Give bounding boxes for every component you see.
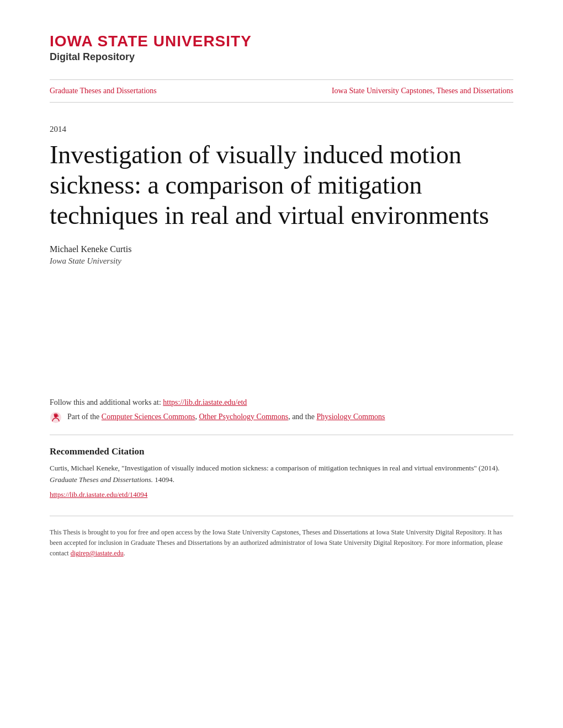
psych-commons-link[interactable]: Other Psychology Commons — [199, 413, 288, 421]
footer-email[interactable]: digirep@iastate.edu — [71, 549, 124, 557]
part-of-prefix: Part of the Computer Sciences Commons, O… — [67, 413, 385, 421]
page: Iowa State University Digital Repository… — [0, 0, 563, 728]
follow-url[interactable]: https://lib.dr.iastate.edu/etd — [163, 398, 247, 406]
citation-text-italic: Graduate Theses and Dissertations. — [50, 475, 153, 484]
commons-icon — [50, 411, 62, 424]
nav-right-link[interactable]: Iowa State University Capstones, Theses … — [332, 87, 513, 95]
article-year: 2014 — [50, 125, 513, 134]
author-affiliation: Iowa State University — [50, 256, 513, 266]
recommended-citation-heading: Recommended Citation — [50, 446, 513, 457]
svg-point-1 — [54, 414, 57, 417]
physiology-commons-link[interactable]: Physiology Commons — [316, 413, 385, 421]
svg-rect-2 — [57, 415, 59, 417]
article-title: Investigation of visually induced motion… — [50, 140, 513, 231]
recommended-citation-section: Recommended Citation Curtis, Michael Ken… — [50, 435, 513, 499]
follow-text: Follow this and additional works at: — [50, 398, 161, 406]
header: Iowa State University Digital Repository — [50, 33, 513, 63]
university-name: Iowa State University — [50, 33, 513, 50]
citation-text-plain: Curtis, Michael Keneke, "Investigation o… — [50, 464, 500, 472]
recommended-citation-text: Curtis, Michael Keneke, "Investigation o… — [50, 463, 513, 486]
cs-commons-link[interactable]: Computer Sciences Commons — [102, 413, 195, 421]
author-name: Michael Keneke Curtis — [50, 244, 513, 254]
nav-bar: Graduate Theses and Dissertations Iowa S… — [50, 79, 513, 103]
part-of-section: Part of the Computer Sciences Commons, O… — [50, 413, 513, 424]
citation-text-number: 14094. — [155, 475, 174, 484]
nav-left-link[interactable]: Graduate Theses and Dissertations — [50, 87, 157, 95]
footer: This Thesis is brought to you for free a… — [50, 516, 513, 559]
citation-url[interactable]: https://lib.dr.iastate.edu/etd/14094 — [50, 490, 147, 499]
university-subtitle: Digital Repository — [50, 51, 513, 63]
follow-section: Follow this and additional works at: htt… — [50, 398, 513, 407]
